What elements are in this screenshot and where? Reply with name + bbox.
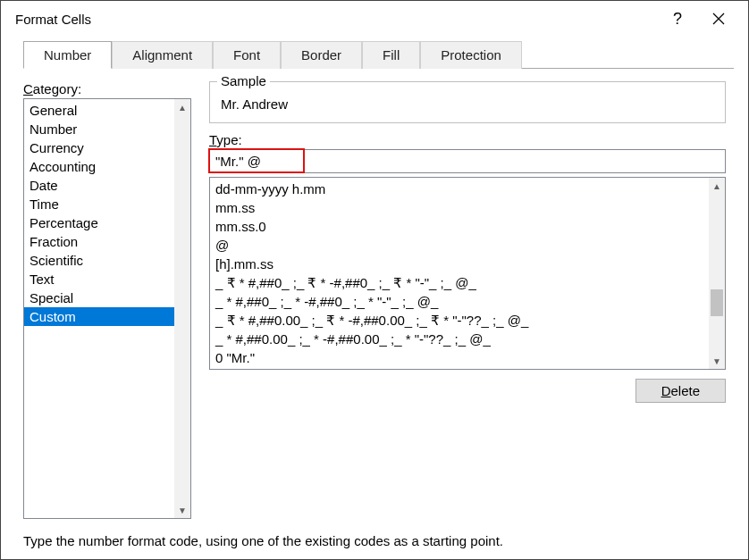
category-item[interactable]: Date bbox=[24, 176, 174, 195]
category-item[interactable]: Text bbox=[24, 270, 174, 288]
scroll-down-icon[interactable]: ▼ bbox=[174, 502, 190, 518]
tab-protection[interactable]: Protection bbox=[420, 41, 522, 69]
close-button[interactable] bbox=[698, 4, 739, 33]
tab-font[interactable]: Font bbox=[213, 41, 281, 69]
category-item[interactable]: Fraction bbox=[24, 232, 174, 251]
format-code-item[interactable]: mm.ss bbox=[210, 198, 709, 217]
format-details: Sample Mr. Andrew Type: dd-mm-yyyy h.mmm… bbox=[209, 81, 726, 519]
format-cells-dialog: Format Cells ? NumberAlignmentFontBorder… bbox=[0, 0, 749, 560]
scroll-up-icon[interactable]: ▲ bbox=[174, 99, 190, 115]
window-title: Format Cells bbox=[15, 12, 657, 27]
tab-alignment[interactable]: Alignment bbox=[112, 41, 213, 69]
format-code-item[interactable]: @ bbox=[210, 236, 709, 255]
category-column: Category: GeneralNumberCurrencyAccountin… bbox=[23, 81, 191, 519]
category-item[interactable]: Scientific bbox=[24, 251, 174, 270]
category-item[interactable]: General bbox=[24, 101, 174, 120]
format-code-item[interactable]: _ * #,##0_ ;_ * -#,##0_ ;_ * "-"_ ;_ @_ bbox=[210, 292, 709, 311]
category-item[interactable]: Number bbox=[24, 120, 174, 138]
tab-number[interactable]: Number bbox=[23, 41, 112, 69]
category-item[interactable]: Currency bbox=[24, 138, 174, 157]
category-item[interactable]: Percentage bbox=[24, 213, 174, 232]
sample-group: Sample Mr. Andrew bbox=[209, 81, 726, 123]
titlebar: Format Cells ? bbox=[1, 1, 748, 37]
type-input[interactable] bbox=[210, 150, 725, 172]
format-code-item[interactable]: [h].mm.ss bbox=[210, 255, 709, 273]
help-button[interactable]: ? bbox=[657, 4, 698, 33]
format-code-item[interactable]: "Mr." @ bbox=[210, 367, 709, 369]
category-item[interactable]: Custom bbox=[24, 307, 174, 326]
category-item[interactable]: Special bbox=[24, 288, 174, 307]
sample-label: Sample bbox=[217, 73, 270, 88]
category-label: Category: bbox=[23, 81, 191, 96]
format-code-item[interactable]: _ * #,##0.00_ ;_ * -#,##0.00_ ;_ * "-"??… bbox=[210, 330, 709, 348]
format-code-item[interactable]: _ ₹ * #,##0_ ;_ ₹ * -#,##0_ ;_ ₹ * "-"_ … bbox=[210, 273, 709, 292]
hint-text: Type the number format code, using one o… bbox=[23, 533, 726, 548]
scroll-down-icon[interactable]: ▼ bbox=[709, 353, 725, 369]
format-code-item[interactable]: 0 "Mr." bbox=[210, 348, 709, 367]
tab-border[interactable]: Border bbox=[281, 41, 362, 69]
format-code-item[interactable]: dd-mm-yyyy h.mm bbox=[210, 180, 709, 198]
sample-value: Mr. Andrew bbox=[219, 95, 716, 113]
category-scrollbar[interactable]: ▲ ▼ bbox=[174, 99, 190, 518]
category-item[interactable]: Accounting bbox=[24, 157, 174, 176]
category-item[interactable]: Time bbox=[24, 195, 174, 213]
formats-scrollbar[interactable]: ▲ ▼ bbox=[709, 178, 725, 369]
category-listbox[interactable]: GeneralNumberCurrencyAccountingDateTimeP… bbox=[23, 98, 191, 519]
close-icon bbox=[712, 13, 725, 25]
tabs: NumberAlignmentFontBorderFillProtection bbox=[23, 40, 734, 69]
type-input-wrap bbox=[209, 149, 726, 173]
dialog-body: Category: GeneralNumberCurrencyAccountin… bbox=[1, 69, 748, 559]
format-code-item[interactable]: _ ₹ * #,##0.00_ ;_ ₹ * -#,##0.00_ ;_ ₹ *… bbox=[210, 311, 709, 330]
type-label: Type: bbox=[209, 132, 726, 147]
format-code-item[interactable]: mm.ss.0 bbox=[210, 217, 709, 236]
tab-fill[interactable]: Fill bbox=[362, 41, 420, 69]
scroll-thumb[interactable] bbox=[711, 289, 723, 316]
format-codes-listbox[interactable]: dd-mm-yyyy h.mmmm.ssmm.ss.0@[h].mm.ss_ ₹… bbox=[209, 177, 726, 370]
scroll-up-icon[interactable]: ▲ bbox=[709, 178, 725, 194]
delete-button[interactable]: Delete bbox=[635, 379, 726, 403]
